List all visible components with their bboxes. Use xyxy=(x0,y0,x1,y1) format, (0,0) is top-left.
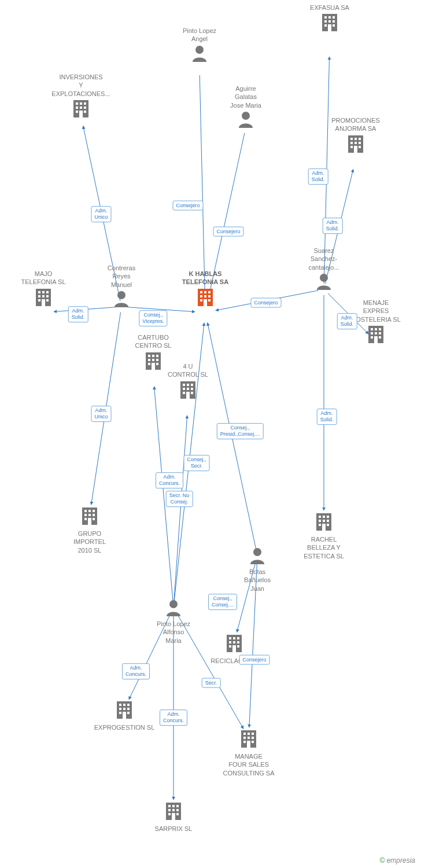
svg-rect-115 xyxy=(232,645,236,652)
node-label: GRUPO IMPORTEL 2010 SL xyxy=(55,529,124,554)
node-label: Botas Bañuelos Juan xyxy=(223,568,292,593)
node-label: Pinto Lopez Alfonso Maria xyxy=(139,620,208,645)
svg-point-20 xyxy=(195,46,204,54)
svg-rect-135 xyxy=(247,741,250,748)
svg-rect-141 xyxy=(172,809,175,811)
svg-rect-120 xyxy=(119,708,121,710)
svg-rect-69 xyxy=(152,359,154,361)
copyright: © empresia xyxy=(379,856,415,865)
node-exfasua[interactable]: EXFASUA SA xyxy=(295,3,364,36)
edge-label: Consejero xyxy=(250,298,281,308)
svg-rect-4 xyxy=(200,295,202,297)
svg-rect-140 xyxy=(168,809,171,811)
svg-rect-99 xyxy=(323,520,325,522)
edge-label: Adm.Solid. xyxy=(308,168,328,185)
svg-point-52 xyxy=(117,291,125,299)
svg-rect-8 xyxy=(208,299,211,301)
svg-rect-110 xyxy=(229,641,231,643)
node-promociones[interactable]: PROMOCIONES ANJORMA SA xyxy=(321,116,390,157)
node-pinto_angel[interactable]: Pinto Lopez Angel xyxy=(165,27,234,65)
edge-label: Adm.Concurs. xyxy=(122,663,150,679)
svg-rect-132 xyxy=(252,737,254,739)
svg-rect-144 xyxy=(176,813,179,815)
edge-pinto_alfonso-4ucontrol xyxy=(174,415,187,602)
node-khablas[interactable]: K HABLAS TELEFONIA SA xyxy=(171,270,240,311)
node-suarez[interactable]: Suarez Sanchez- cantalejo... xyxy=(289,247,359,293)
node-contreras[interactable]: Contreras Reyes Manuel xyxy=(87,264,156,311)
node-label: RACHEL BELLEZA Y ESTETICA SL xyxy=(289,535,359,560)
node-botas[interactable]: Botas Bañuelos Juan xyxy=(223,546,292,593)
node-majo[interactable]: MAJO TELEFONIA SL xyxy=(9,270,78,311)
svg-rect-80 xyxy=(191,388,193,390)
svg-rect-103 xyxy=(322,524,326,531)
svg-rect-71 xyxy=(148,363,150,365)
svg-rect-41 xyxy=(354,146,357,153)
svg-rect-112 xyxy=(237,641,239,643)
node-inversiones[interactable]: INVERSIONES Y EXPLOTACIONES... xyxy=(46,73,116,122)
svg-rect-137 xyxy=(168,805,171,807)
svg-rect-129 xyxy=(252,733,254,735)
edge-label: Consej.,Vicepres. xyxy=(139,310,167,326)
svg-point-105 xyxy=(169,600,178,608)
edge-label: Adm.Solid. xyxy=(323,218,343,234)
node-manage4[interactable]: MANAGE FOUR SALES CONSULTING SA xyxy=(214,728,283,777)
svg-rect-55 xyxy=(371,328,373,330)
svg-rect-89 xyxy=(88,514,91,516)
svg-rect-45 xyxy=(46,291,49,293)
svg-rect-15 xyxy=(80,106,82,109)
node-aguirre[interactable]: Aguirre Galatas Jose Maria xyxy=(211,84,280,131)
node-exprogestion[interactable]: EXPROGESTION SL xyxy=(90,699,159,731)
svg-rect-56 xyxy=(375,328,377,330)
svg-rect-61 xyxy=(371,336,373,339)
svg-rect-86 xyxy=(88,510,91,512)
node-label: EXPROGESTION SL xyxy=(90,723,159,731)
svg-rect-59 xyxy=(375,332,377,334)
svg-rect-9 xyxy=(204,299,207,306)
svg-rect-108 xyxy=(233,637,235,639)
svg-rect-19 xyxy=(79,111,83,117)
svg-rect-25 xyxy=(324,20,327,23)
svg-rect-131 xyxy=(248,737,250,739)
svg-rect-63 xyxy=(374,336,378,343)
node-label: 4 U CONTROL SL xyxy=(153,362,223,379)
svg-rect-76 xyxy=(187,384,189,386)
edge-label: Adm.Concurs. xyxy=(156,472,183,488)
svg-rect-81 xyxy=(183,392,185,394)
node-grupo[interactable]: GRUPO IMPORTEL 2010 SL xyxy=(55,505,124,554)
building-icon xyxy=(226,634,243,653)
edge-label: Adm.Solid. xyxy=(68,306,88,322)
svg-rect-102 xyxy=(327,524,329,526)
svg-rect-82 xyxy=(191,392,193,394)
svg-rect-67 xyxy=(156,355,158,357)
svg-rect-78 xyxy=(183,388,185,390)
svg-rect-50 xyxy=(46,299,49,301)
svg-rect-23 xyxy=(328,16,331,19)
svg-rect-22 xyxy=(324,16,327,19)
svg-rect-60 xyxy=(379,332,381,334)
building-icon xyxy=(116,700,133,720)
svg-rect-145 xyxy=(172,813,175,820)
node-pinto_alfonso[interactable]: Pinto Lopez Alfonso Maria xyxy=(139,598,208,645)
svg-rect-70 xyxy=(156,359,158,361)
node-label: MAJO TELEFONIA SL xyxy=(9,270,78,286)
person-icon xyxy=(238,111,254,128)
svg-rect-97 xyxy=(327,516,329,518)
svg-rect-62 xyxy=(379,336,381,339)
svg-rect-6 xyxy=(208,295,211,297)
node-sarprix[interactable]: SARPRIX SL xyxy=(139,800,208,833)
node-label: PROMOCIONES ANJORMA SA xyxy=(321,116,390,133)
svg-rect-87 xyxy=(93,510,95,512)
building-icon xyxy=(165,801,182,821)
svg-rect-118 xyxy=(123,704,125,706)
svg-rect-39 xyxy=(350,146,353,148)
node-label: Pinto Lopez Angel xyxy=(165,27,234,43)
svg-rect-114 xyxy=(237,645,239,648)
edge-label: Consej.,Presid.,Consej.... xyxy=(217,423,264,439)
svg-rect-122 xyxy=(127,708,130,710)
node-rachel[interactable]: RACHEL BELLEZA Y ESTETICA SL xyxy=(289,511,359,560)
svg-rect-130 xyxy=(243,737,246,739)
svg-rect-16 xyxy=(84,106,86,109)
svg-rect-88 xyxy=(84,514,87,516)
building-icon xyxy=(81,506,98,526)
node-4ucontrol[interactable]: 4 U CONTROL SL xyxy=(153,362,223,403)
